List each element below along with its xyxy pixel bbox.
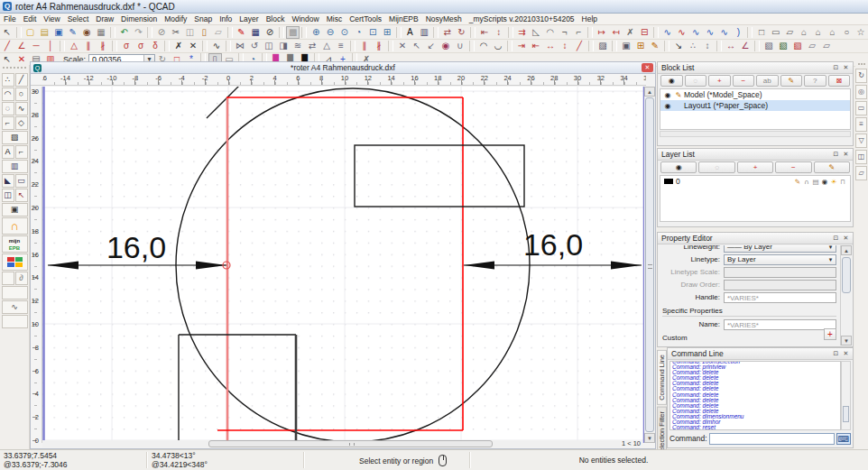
- trim-both-button[interactable]: ⌐: [572, 26, 586, 39]
- menu-nosymesh[interactable]: NosyMesh: [422, 14, 466, 25]
- lengthen-button[interactable]: ↦: [596, 26, 609, 39]
- redo-button[interactable]: ↷: [132, 26, 145, 39]
- close-panel-icon[interactable]: ✕: [841, 150, 851, 159]
- polyline-from-segments-button[interactable]: ∿: [675, 26, 688, 39]
- offset-distance-button[interactable]: ∦: [373, 40, 386, 52]
- modify-tools-button[interactable]: ◣: [2, 174, 14, 188]
- grid-toggle-button[interactable]: ▩: [286, 26, 300, 39]
- lengthen-tools-button[interactable]: ▭: [15, 174, 28, 188]
- tool-blank-1-button[interactable]: [2, 272, 14, 285]
- menu-help[interactable]: Help: [578, 14, 601, 25]
- lineweight-select[interactable]: —— By Layer▾: [724, 245, 836, 253]
- property-editor-titlebar[interactable]: Property Editor ⊡ ✕: [658, 233, 853, 244]
- line-tangent-point-button[interactable]: ✗: [172, 40, 186, 52]
- scroll-handle[interactable]: [842, 257, 851, 293]
- menu-dimension[interactable]: Dimension: [117, 14, 161, 25]
- layer-edit-icon[interactable]: ✎: [793, 178, 802, 186]
- hide-all-blocks-button[interactable]: ◌: [685, 75, 707, 87]
- squiggle-tool-button[interactable]: ∿: [2, 300, 28, 314]
- dim-aligned-button[interactable]: ⇥: [515, 40, 529, 52]
- float-panel-icon[interactable]: ⊡: [831, 150, 841, 159]
- layer-visibility-icon[interactable]: ◉: [820, 178, 829, 186]
- drawing-canvas[interactable]: 16,0 16,0: [42, 87, 646, 443]
- spline-tools-button[interactable]: ∿: [15, 102, 28, 115]
- line-angle-button[interactable]: ∠: [15, 40, 29, 52]
- paste-special-button[interactable]: ▱: [212, 26, 226, 39]
- line-parallel-button[interactable]: ∥: [82, 40, 96, 52]
- dim-rotated-button[interactable]: ⇤: [530, 40, 543, 52]
- line-bisector-button[interactable]: σ: [120, 40, 134, 52]
- scroll-handle[interactable]: [843, 406, 849, 422]
- polyline-add-node-button[interactable]: ∿: [689, 26, 703, 39]
- purge-block-button[interactable]: ⊠: [828, 75, 851, 87]
- misc-script-tool-button[interactable]: [2, 253, 28, 271]
- new-file-button[interactable]: ▢: [23, 26, 37, 39]
- menu-certtools[interactable]: CertTools: [346, 14, 385, 25]
- show-all-blocks-button[interactable]: ◉: [660, 75, 683, 87]
- drawing-window-titlebar[interactable]: Q *roter A4 Rahmenausdruck.dxf ✕: [31, 62, 655, 74]
- float-panel-icon[interactable]: ⊡: [831, 234, 841, 243]
- block-list-scrollbar[interactable]: [660, 131, 851, 137]
- auto-zoom-button[interactable]: ⊙: [337, 26, 351, 39]
- cut-button[interactable]: ✂: [169, 26, 182, 39]
- insert-block-button[interactable]: ?: [804, 75, 826, 87]
- shape-tools-button[interactable]: ◇: [15, 116, 28, 130]
- shape-circle-polygon-button[interactable]: ○: [840, 26, 854, 39]
- modify-move-button[interactable]: ⋈: [234, 40, 247, 52]
- edit-block-button[interactable]: ✎: [780, 75, 803, 87]
- shape-rectangle-size-button[interactable]: ▭: [769, 26, 782, 39]
- menu-select[interactable]: Select: [64, 14, 93, 25]
- shape-star-button[interactable]: ☆: [854, 26, 868, 39]
- close-panel-icon[interactable]: ✕: [841, 349, 851, 358]
- block-list-item[interactable]: ◉Layout1 (*Paper_Space): [660, 100, 850, 111]
- modify-scale-button[interactable]: ≋: [291, 40, 305, 52]
- add-block-button[interactable]: +: [708, 75, 731, 87]
- keyboard-icon[interactable]: ⌨: [836, 433, 851, 445]
- scale-tool-button[interactable]: ⇤: [478, 26, 492, 39]
- dock-find-button[interactable]: ◎: [855, 85, 867, 99]
- dim-radial-button[interactable]: ╱: [573, 40, 586, 52]
- dock-list-button[interactable]: ≡: [855, 117, 867, 132]
- shape-polygon-center-corner-button[interactable]: ⌂: [798, 26, 811, 39]
- line-tools-button[interactable]: ╱: [15, 73, 28, 87]
- remove-block-ref-button[interactable]: ▧: [791, 40, 805, 52]
- move-copy-button[interactable]: ⇄: [440, 26, 454, 39]
- explode-button[interactable]: ✕: [396, 40, 410, 52]
- copy-button[interactable]: ◫: [183, 26, 197, 39]
- close-red-button[interactable]: ✕: [15, 53, 29, 66]
- toolbar-grip[interactable]: [3, 67, 26, 70]
- menu-layer[interactable]: Layer: [235, 14, 262, 25]
- selection-pointer-2-button[interactable]: ↖: [1, 53, 14, 66]
- menu-edit[interactable]: Edit: [20, 14, 41, 25]
- handle-input[interactable]: *VARIES*: [724, 292, 836, 303]
- modify-align-button[interactable]: ≡: [335, 40, 348, 52]
- print-file-button[interactable]: ▦: [95, 26, 108, 39]
- paste-reference-button[interactable]: ▱: [806, 40, 819, 52]
- menu-draw[interactable]: Draw: [92, 14, 117, 25]
- line-tangent-two-circles-button[interactable]: ✕: [187, 40, 200, 52]
- text-tools-button[interactable]: A: [2, 145, 14, 159]
- dock-page-button[interactable]: ▭: [855, 101, 867, 115]
- hide-all-layers-button[interactable]: ◌: [698, 161, 734, 173]
- menu-mijnepb[interactable]: MijnEPB: [385, 14, 422, 25]
- mijn-epb-tool-button[interactable]: mijnEPB: [2, 235, 28, 253]
- arc-tangent-button[interactable]: ◠: [477, 40, 491, 52]
- bevel-button[interactable]: ◺: [530, 26, 543, 39]
- layer-list-titlebar[interactable]: Layer List ⊡ ✕: [658, 149, 853, 161]
- trim-button[interactable]: ¬: [558, 26, 571, 39]
- line-orthogonal-button[interactable]: σ: [134, 40, 148, 52]
- layer-lock-icon[interactable]: ⊓: [838, 178, 847, 186]
- name-field[interactable]: *VARIES*: [724, 319, 836, 330]
- mirror-button[interactable]: ↕: [493, 26, 506, 39]
- line-relative-angle-button[interactable]: δ: [149, 40, 162, 52]
- remove-layer-button[interactable]: −: [775, 161, 811, 173]
- paste-reference-2-button[interactable]: ▱: [820, 40, 834, 52]
- boolean-union-button[interactable]: ∪: [454, 40, 467, 52]
- edit-layer-button[interactable]: ✎: [814, 161, 850, 173]
- dark-background-button[interactable]: ▦: [249, 26, 263, 39]
- selection-pointer-button[interactable]: ↖: [1, 26, 14, 39]
- close-panel-icon[interactable]: ✕: [841, 234, 851, 243]
- draw-order-button[interactable]: ↕: [701, 40, 715, 52]
- add-custom-property-button[interactable]: +: [824, 328, 836, 340]
- command-history-scrollbar[interactable]: [841, 361, 851, 430]
